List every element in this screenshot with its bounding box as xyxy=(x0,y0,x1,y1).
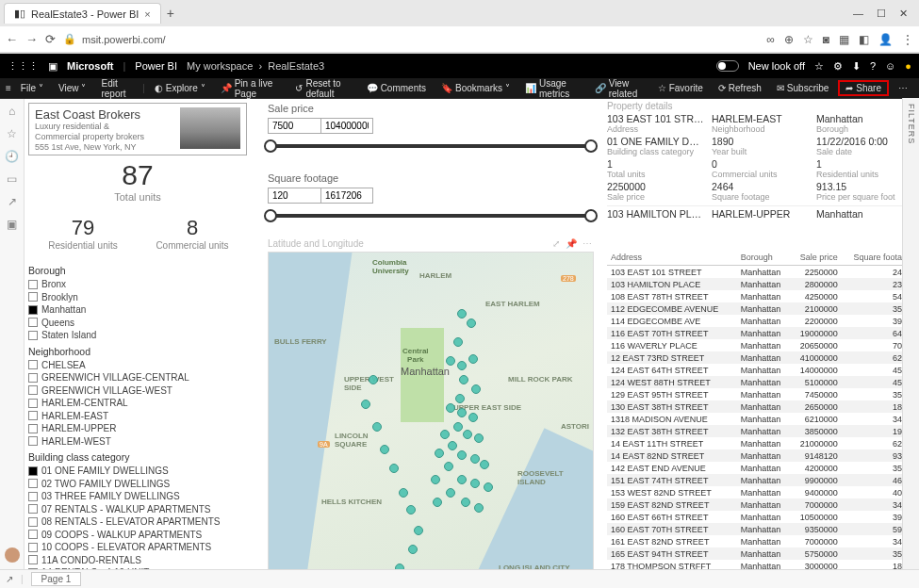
borough-option[interactable]: Staten Island xyxy=(28,329,258,342)
map-point[interactable] xyxy=(470,454,480,464)
checkbox[interactable] xyxy=(28,373,38,383)
waffle-icon[interactable]: ⋮⋮⋮ xyxy=(8,60,39,73)
sqft-slider[interactable] xyxy=(268,209,594,222)
class-option[interactable]: 08 RENTALS - ELEVATOR APARTMENTS xyxy=(28,515,258,529)
page-tab[interactable]: Page 1 xyxy=(31,572,82,586)
address-bar[interactable]: 🔒 msit.powerbi.com/ xyxy=(63,33,759,45)
reset-button[interactable]: ↺ Reset to default xyxy=(289,76,356,101)
help-icon[interactable]: ? xyxy=(870,60,876,72)
user-avatar[interactable] xyxy=(5,547,20,563)
infinity-icon[interactable]: ∞ xyxy=(766,33,775,46)
refresh-button[interactable]: ⟳ Refresh xyxy=(713,81,767,95)
bookmarks-menu[interactable]: 🔖 Bookmarks ˅ xyxy=(435,81,516,95)
recent-icon[interactable]: 🕘 xyxy=(5,150,19,163)
borough-option[interactable]: Queens xyxy=(28,317,258,330)
table-row[interactable]: 161 EAST 82ND STREETManhattan70000003420 xyxy=(607,535,915,547)
table-row[interactable]: 112 EDGECOMBE AVENUEManhattan21000003591 xyxy=(607,302,915,315)
table-row[interactable]: 108 EAST 78TH STREETManhattan42500005436 xyxy=(607,290,915,302)
table-row[interactable]: 116 EAST 70TH STREETManhattan19000000648… xyxy=(607,327,915,339)
class-option[interactable]: 01 ONE FAMILY DWELLINGS xyxy=(28,465,258,478)
map-point[interactable] xyxy=(448,441,457,450)
table-row[interactable]: 114 EDGECOMBE AVEManhattan22000003951 xyxy=(607,315,915,327)
table-row[interactable]: 151 EAST 74TH STREETManhattan99000004608 xyxy=(607,474,915,486)
sqft-min-input[interactable] xyxy=(268,188,320,204)
map-point[interactable] xyxy=(457,309,467,318)
close-window-icon[interactable]: ✕ xyxy=(899,8,908,20)
checkbox[interactable] xyxy=(28,360,38,369)
back-button[interactable]: ← xyxy=(6,32,18,46)
menu-icon[interactable]: ⋮ xyxy=(902,33,913,46)
column-header[interactable]: Address xyxy=(607,250,737,266)
table-row[interactable]: 160 EAST 70TH STREETManhattan93500005994 xyxy=(607,523,915,535)
usage-metrics-button[interactable]: 📊 Usage metrics xyxy=(519,76,585,101)
checkbox[interactable] xyxy=(28,530,38,539)
sale-price-slider[interactable] xyxy=(268,139,594,153)
map-point[interactable] xyxy=(457,408,467,417)
neighborhood-option[interactable]: GREENWICH VILLAGE-WEST xyxy=(28,384,258,398)
map-point[interactable] xyxy=(457,475,467,484)
checkbox[interactable] xyxy=(28,492,38,501)
checkbox[interactable] xyxy=(28,543,38,552)
sale-price-slicer[interactable]: Sale price xyxy=(268,103,594,153)
table-row[interactable]: 153 WEST 82ND STREETManhattan94000004092 xyxy=(607,486,915,498)
map-point[interactable] xyxy=(372,422,382,432)
checkbox[interactable] xyxy=(28,280,38,289)
map-point[interactable] xyxy=(361,400,370,409)
map-point[interactable] xyxy=(399,488,408,498)
table-row[interactable]: 12 EAST 73RD STREETManhattan410000006230 xyxy=(607,351,915,364)
table-row[interactable]: 116 WAVERLY PLACEManhattan206500007000 xyxy=(607,339,915,351)
expand-pages-icon[interactable]: ↗ xyxy=(6,574,13,584)
table-row[interactable]: 124 WEST 88TH STREETManhattan51000004586 xyxy=(607,376,915,388)
slider-handle-max[interactable] xyxy=(584,139,598,153)
favorites-icon[interactable]: ☆ xyxy=(7,127,17,140)
workspaces-icon[interactable]: ▣ xyxy=(7,218,17,231)
new-tab-button[interactable]: + xyxy=(167,6,174,21)
star-icon[interactable]: ☆ xyxy=(803,33,813,46)
explore-menu[interactable]: ◐ Explore ˅ xyxy=(149,81,211,95)
map-point[interactable] xyxy=(467,318,476,328)
more-icon[interactable]: ⋯ xyxy=(583,238,592,249)
map-point[interactable] xyxy=(471,384,481,394)
checkbox[interactable] xyxy=(28,504,38,514)
table-row[interactable]: 142 EAST END AVENUEManhattan42000003507 xyxy=(607,462,915,474)
edit-report-button[interactable]: Edit report xyxy=(95,76,139,101)
map-point[interactable] xyxy=(406,505,416,514)
checkbox[interactable] xyxy=(28,466,38,476)
download-icon[interactable]: ⬇ xyxy=(852,60,861,73)
table-row[interactable]: 14 EAST 82ND STREETManhattan91481209300 xyxy=(607,449,915,462)
map-point[interactable] xyxy=(474,433,484,443)
grid-icon[interactable]: ▦ xyxy=(839,33,849,46)
map-point[interactable] xyxy=(459,375,468,384)
neighborhood-option[interactable]: HARLEM-CENTRAL xyxy=(28,397,258,410)
checkbox[interactable] xyxy=(28,292,38,302)
expand-icon[interactable]: ≡ xyxy=(6,83,11,93)
checkbox[interactable] xyxy=(28,436,38,446)
new-look-toggle[interactable] xyxy=(716,60,739,72)
map-visual[interactable]: Manhattan CentralPark UPPER WESTSIDE UPP… xyxy=(268,252,594,570)
checkbox[interactable] xyxy=(28,385,38,395)
table-row[interactable]: 124 EAST 64TH STREETManhattan14000000450… xyxy=(607,364,915,376)
map-point[interactable] xyxy=(446,403,455,413)
map-point[interactable] xyxy=(453,422,463,432)
class-option[interactable]: 02 TWO FAMILY DWELLINGS xyxy=(28,478,258,491)
settings-icon[interactable]: ⚙ xyxy=(833,60,843,73)
table-row[interactable]: 130 EAST 38TH STREETManhattan26500001824 xyxy=(607,400,915,413)
neighborhood-option[interactable]: HARLEM-EAST xyxy=(28,410,258,423)
map-point[interactable] xyxy=(380,445,389,454)
camera-icon[interactable]: ◙ xyxy=(823,33,829,46)
checkbox[interactable] xyxy=(28,424,38,433)
map-point[interactable] xyxy=(414,526,423,535)
notification-icon[interactable]: ● xyxy=(905,60,911,72)
map-point[interactable] xyxy=(455,394,465,403)
map-point[interactable] xyxy=(446,488,455,498)
map-point[interactable] xyxy=(408,545,418,554)
slider-handle-min[interactable] xyxy=(264,209,277,222)
map-point[interactable] xyxy=(389,464,399,473)
subscribe-button[interactable]: ✉ Subscribe xyxy=(771,81,834,95)
table-row[interactable]: 132 EAST 38TH STREETManhattan38500001920 xyxy=(607,425,915,437)
filters-pane-collapsed[interactable]: FILTERS xyxy=(902,98,919,569)
map-point[interactable] xyxy=(468,413,478,422)
map-point[interactable] xyxy=(369,375,378,384)
favorite-button[interactable]: ☆ Favorite xyxy=(652,81,709,95)
apps-icon[interactable]: ▭ xyxy=(7,172,17,186)
